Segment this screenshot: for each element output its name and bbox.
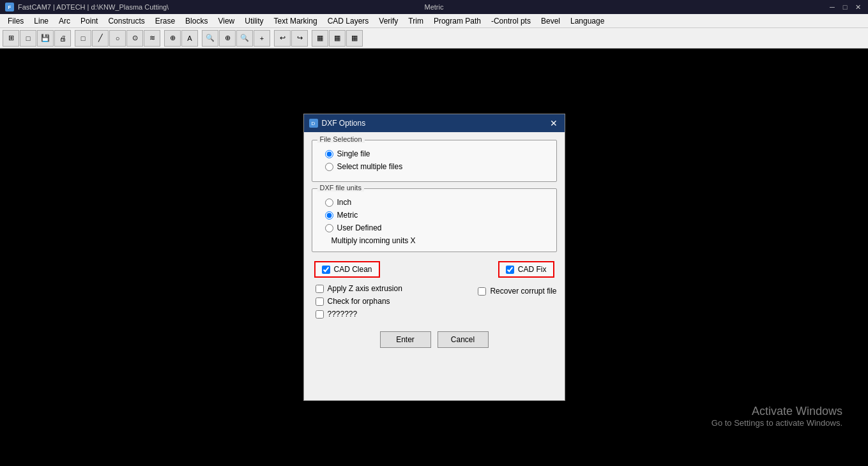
tool-btn-9[interactable]: ⊕: [164, 30, 181, 47]
menu-view[interactable]: View: [213, 14, 240, 27]
dxf-options-dialog: D DXF Options ✕ File Selection Single fi…: [303, 114, 565, 401]
menu-arc[interactable]: Arc: [54, 14, 75, 27]
cancel-button[interactable]: Cancel: [438, 331, 489, 348]
tool-btn-0[interactable]: ⊞: [3, 30, 19, 47]
tool-btn-10[interactable]: A: [181, 30, 198, 47]
title-bar: F FastCAM7 | ADTECH | d:\KNW_Plasma Cutt…: [0, 0, 868, 14]
unknown-label[interactable]: ???????: [328, 310, 358, 319]
app-title: FastCAM7 | ADTECH | d:\KNW_Plasma Cuttin…: [18, 3, 169, 11]
inch-radio[interactable]: [325, 199, 333, 207]
multiply-row: Multiply incoming units X: [319, 236, 550, 245]
recover-corrupt-label[interactable]: Recover corrupt file: [490, 287, 556, 296]
apply-z-axis-checkbox[interactable]: [316, 285, 324, 293]
tool-btn-2[interactable]: 💾: [37, 30, 54, 47]
maximize-button[interactable]: □: [840, 3, 850, 11]
single-file-label[interactable]: Single file: [337, 149, 370, 158]
menu-cad-layers[interactable]: CAD Layers: [323, 14, 374, 27]
user-defined-label[interactable]: User Defined: [337, 223, 382, 232]
multiply-text: Multiply incoming units X: [331, 236, 416, 245]
tool-btn-19[interactable]: ▦: [346, 30, 363, 47]
tool-btn-5[interactable]: ╱: [92, 30, 109, 47]
cad-fix-checkbox[interactable]: [506, 266, 514, 274]
dialog-icon: D: [309, 119, 318, 128]
tool-btn-12[interactable]: ⊕: [219, 30, 236, 47]
recover-corrupt-checkbox[interactable]: [478, 287, 486, 296]
menu-blocks[interactable]: Blocks: [180, 14, 213, 27]
apply-z-axis-label[interactable]: Apply Z axis extrusion: [328, 284, 402, 293]
cad-clean-label[interactable]: CAD Clean: [334, 265, 372, 274]
minimize-button[interactable]: ─: [827, 3, 837, 11]
tool-btn-16[interactable]: ↪: [291, 30, 308, 47]
tool-btn-17[interactable]: ▦: [312, 30, 328, 47]
cad-clean-container: CAD Clean: [314, 261, 380, 278]
menu-bevel[interactable]: Bevel: [536, 14, 565, 27]
tool-btn-8[interactable]: ≋: [144, 30, 160, 47]
cad-clean-checkbox[interactable]: [322, 266, 330, 274]
tool-btn-14[interactable]: +: [254, 30, 270, 47]
single-file-radio[interactable]: [325, 150, 333, 158]
file-selection-group: File Selection Single file Select multip…: [312, 140, 557, 182]
tool-btn-6[interactable]: ○: [109, 30, 126, 47]
dialog-title: DXF Options: [322, 119, 366, 128]
tool-btn-1[interactable]: □: [20, 30, 36, 47]
tool-btn-15[interactable]: ↩: [274, 30, 291, 47]
menu-files[interactable]: Files: [3, 14, 29, 27]
center-title: Metric: [425, 3, 444, 11]
cad-fix-container: CAD Fix: [498, 261, 554, 278]
cad-fix-label[interactable]: CAD Fix: [518, 265, 547, 274]
dialog-close-button[interactable]: ✕: [548, 117, 560, 129]
extra-checkboxes: Apply Z axis extrusion Check for orphans…: [312, 280, 557, 322]
multiple-files-label[interactable]: Select multiple files: [337, 162, 403, 171]
metric-label[interactable]: Metric: [337, 211, 358, 220]
multiple-files-radio[interactable]: [325, 163, 333, 171]
recover-corrupt-row: Recover corrupt file: [474, 287, 556, 296]
tool-btn-4[interactable]: □: [75, 30, 91, 47]
inch-label[interactable]: Inch: [337, 198, 352, 207]
menu-utility[interactable]: Utility: [240, 14, 268, 27]
dialog-title-bar: D DXF Options ✕: [304, 114, 565, 132]
enter-button[interactable]: Enter: [380, 331, 431, 348]
menu-verify[interactable]: Verify: [374, 14, 403, 27]
menu-constructs[interactable]: Constructs: [103, 14, 149, 27]
apply-z-axis-row: Apply Z axis extrusion: [312, 284, 402, 293]
check-orphans-label[interactable]: Check for orphans: [328, 297, 390, 306]
dxf-units-group: DXF file units Inch Metric User Defined: [312, 188, 557, 252]
metric-row: Metric: [319, 211, 550, 220]
file-selection-label: File Selection: [317, 135, 365, 143]
multiple-files-row: Select multiple files: [319, 162, 550, 171]
menu-control-pts[interactable]: -Control pts: [486, 14, 536, 27]
metric-radio[interactable]: [325, 211, 333, 220]
menu-trim[interactable]: Trim: [403, 14, 429, 27]
inch-row: Inch: [319, 198, 550, 207]
tool-btn-13[interactable]: 🔍: [236, 30, 253, 47]
tool-btn-3[interactable]: 🖨: [54, 30, 71, 47]
dialog-body: File Selection Single file Select multip…: [304, 132, 565, 356]
menu-language[interactable]: Language: [565, 14, 609, 27]
unknown-checkbox[interactable]: [316, 310, 324, 319]
dialog-buttons: Enter Cancel: [312, 331, 557, 348]
check-orphans-checkbox[interactable]: [316, 297, 324, 306]
tool-btn-18[interactable]: ▦: [329, 30, 346, 47]
check-orphans-row: Check for orphans: [312, 297, 402, 306]
cad-options-row: CAD Clean CAD Fix: [312, 259, 557, 280]
single-file-row: Single file: [319, 149, 550, 158]
menu-erase[interactable]: Erase: [150, 14, 180, 27]
right-checkboxes: Recover corrupt file: [474, 280, 556, 299]
dxf-units-label: DXF file units: [317, 184, 364, 192]
left-checkboxes: Apply Z axis extrusion Check for orphans…: [312, 280, 402, 322]
menu-text-marking[interactable]: Text Marking: [269, 14, 323, 27]
window-controls: ─ □ ✕: [827, 3, 863, 11]
workspace: Activate Windows Go to Settings to activ…: [0, 49, 868, 466]
tool-btn-11[interactable]: 🔍: [202, 30, 218, 47]
toolbar: ⊞ □ 💾 🖨 □ ╱ ○ ⊙ ≋ ⊕ A 🔍 ⊕ 🔍 + ↩ ↪ ▦ ▦ ▦: [0, 28, 868, 49]
user-defined-row: User Defined: [319, 223, 550, 232]
menu-program-path[interactable]: Program Path: [429, 14, 486, 27]
menu-point[interactable]: Point: [75, 14, 103, 27]
close-button[interactable]: ✕: [853, 3, 863, 11]
tool-btn-7[interactable]: ⊙: [126, 30, 143, 47]
app-icon: F: [5, 3, 14, 11]
dialog-overlay: D DXF Options ✕ File Selection Single fi…: [0, 49, 868, 466]
menu-line[interactable]: Line: [29, 14, 54, 27]
user-defined-radio[interactable]: [325, 224, 333, 232]
unknown-row: ???????: [312, 310, 402, 319]
